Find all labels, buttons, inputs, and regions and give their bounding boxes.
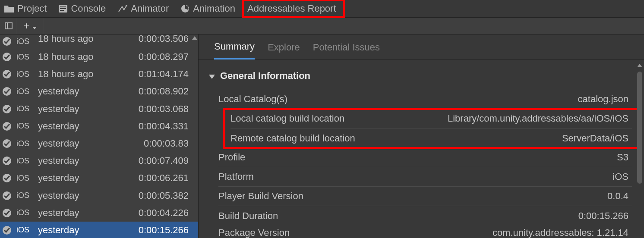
checkmark-icon: [2, 191, 12, 201]
tab-explore[interactable]: Explore: [268, 42, 300, 59]
build-row[interactable]: iOSyesterday0:00:08.902: [0, 83, 198, 100]
build-row[interactable]: iOS18 hours ago0:00:08.297: [0, 48, 198, 66]
build-row[interactable]: iOS18 hours ago0:01:04.174: [0, 66, 198, 83]
build-platform: iOS: [16, 174, 34, 183]
build-row[interactable]: iOSyesterday0:00:04.331: [0, 118, 198, 135]
svg-rect-6: [5, 23, 12, 29]
tab-potential-issues[interactable]: Potential Issues: [313, 42, 380, 59]
build-list[interactable]: iOS18 hours ago0:00:03.506iOS18 hours ag…: [0, 34, 198, 238]
folder-icon: [4, 5, 14, 13]
build-row[interactable]: iOSyesterday0:00:03.068: [0, 100, 198, 118]
build-row[interactable]: iOSyesterday0:00:15.266: [0, 222, 198, 238]
checkmark-icon: [2, 121, 12, 132]
tab-label: Animator: [131, 3, 169, 14]
info-label: Local catalog build location: [230, 113, 344, 124]
build-duration: 0:00:04.331: [124, 121, 198, 132]
build-platform: iOS: [16, 104, 34, 113]
main-area: iOS18 hours ago0:00:03.506iOS18 hours ag…: [0, 34, 644, 238]
scrollbar[interactable]: [636, 60, 643, 238]
build-time: yesterday: [38, 207, 120, 219]
scroll-up-arrow-icon[interactable]: [191, 34, 198, 41]
foldout-caret-icon: [209, 70, 215, 81]
build-time: 18 hours ago: [38, 69, 120, 80]
checkmark-icon: [2, 52, 12, 62]
info-label: Player Build Version: [218, 191, 303, 202]
build-time: 18 hours ago: [38, 51, 120, 63]
tab-animation[interactable]: Animation: [177, 0, 243, 17]
build-duration: 0:00:15.266: [124, 225, 198, 236]
info-label: Remote catalog build location: [230, 133, 355, 144]
build-duration: 0:00:07.409: [124, 155, 198, 166]
detail-panel: Summary Explore Potential Issues General…: [199, 34, 644, 238]
info-value: S3: [617, 152, 628, 163]
checkmark-icon: [2, 104, 12, 114]
tab-console[interactable]: Console: [54, 0, 114, 17]
tab-project[interactable]: Project: [0, 0, 54, 17]
scroll-up-arrow-icon[interactable]: [636, 62, 643, 69]
info-value: 0:00:15.266: [578, 210, 628, 222]
plus-icon: +: [23, 20, 29, 32]
build-list-panel: iOS18 hours ago0:00:03.506iOS18 hours ag…: [0, 34, 199, 238]
build-duration: 0:00:08.297: [124, 51, 198, 63]
tab-animator[interactable]: Animator: [114, 0, 177, 17]
info-value: catalog.json: [578, 94, 628, 105]
build-platform: iOS: [16, 191, 34, 200]
info-row-local-catalogs: Local Catalog(s) catalog.json: [218, 90, 632, 109]
build-duration: 0:00:03.83: [124, 138, 198, 149]
build-row[interactable]: iOSyesterday0:00:05.382: [0, 187, 198, 204]
build-time: yesterday: [38, 155, 120, 166]
info-label: Build Duration: [218, 210, 278, 222]
dropdown-caret-icon: [32, 20, 37, 32]
build-row[interactable]: iOSyesterday0:00:06.261: [0, 169, 198, 187]
info-label: Profile: [218, 152, 245, 163]
tab-label: Animation: [193, 3, 235, 14]
build-time: 18 hours ago: [38, 34, 120, 44]
build-row[interactable]: iOSyesterday0:00:04.226: [0, 204, 198, 222]
build-duration: 0:00:03.068: [124, 103, 198, 115]
scrollbar[interactable]: [191, 34, 198, 238]
animation-icon: [181, 4, 189, 13]
build-time: yesterday: [38, 138, 120, 149]
info-row-build-duration: Build Duration 0:00:15.266: [218, 206, 632, 225]
build-platform: iOS: [16, 87, 34, 96]
build-platform: iOS: [16, 208, 34, 217]
animator-icon: [118, 5, 127, 13]
build-platform: iOS: [16, 122, 34, 131]
info-label: Package Version: [218, 227, 290, 238]
build-platform: iOS: [16, 157, 34, 166]
toolbar: +: [0, 17, 644, 34]
build-row[interactable]: iOSyesterday0:00:07.409: [0, 152, 198, 169]
checkmark-icon: [2, 156, 12, 166]
scrollbar-thumb[interactable]: [637, 72, 642, 184]
build-row[interactable]: iOS18 hours ago0:00:03.506: [0, 34, 198, 48]
tab-addressables-report[interactable]: Addressables Report: [243, 0, 344, 17]
info-row-profile: Profile S3: [218, 148, 632, 167]
checkmark-icon: [2, 36, 12, 47]
panel-layout-icon[interactable]: [0, 18, 17, 34]
svg-rect-1: [60, 6, 66, 7]
info-value: com.unity.addressables: 1.21.14: [492, 227, 628, 238]
tab-label: Addressables Report: [247, 3, 336, 14]
checkmark-icon: [2, 225, 12, 235]
build-row[interactable]: iOSyesterday0:00:03.83: [0, 135, 198, 152]
info-row-local-build-location: Local catalog build location Library/com…: [230, 109, 632, 128]
build-platform: iOS: [16, 53, 34, 62]
info-value: iOS: [612, 171, 628, 182]
info-row-package-version: Package Version com.unity.addressables: …: [218, 225, 632, 238]
svg-rect-3: [60, 10, 64, 11]
info-value: ServerData/iOS: [562, 133, 628, 144]
build-time: yesterday: [38, 225, 120, 236]
general-info-table: Local Catalog(s) catalog.json Local cata…: [218, 90, 632, 225]
add-button[interactable]: +: [17, 18, 43, 34]
checkmark-icon: [2, 69, 12, 79]
info-row-player-build-version: Player Build Version 0.0.4: [218, 187, 632, 206]
build-platform: iOS: [16, 37, 34, 46]
info-label: Local Catalog(s): [218, 94, 287, 105]
info-value: Library/com.unity.addressables/aa/iOS/iO…: [448, 113, 628, 124]
editor-tab-bar: Project Console Animator Animation Addre…: [0, 0, 644, 17]
info-value: 0.0.4: [607, 191, 628, 202]
checkmark-icon: [2, 208, 12, 218]
section-general-information[interactable]: General Information: [206, 67, 632, 85]
svg-rect-2: [60, 8, 66, 9]
tab-summary[interactable]: Summary: [214, 41, 255, 60]
